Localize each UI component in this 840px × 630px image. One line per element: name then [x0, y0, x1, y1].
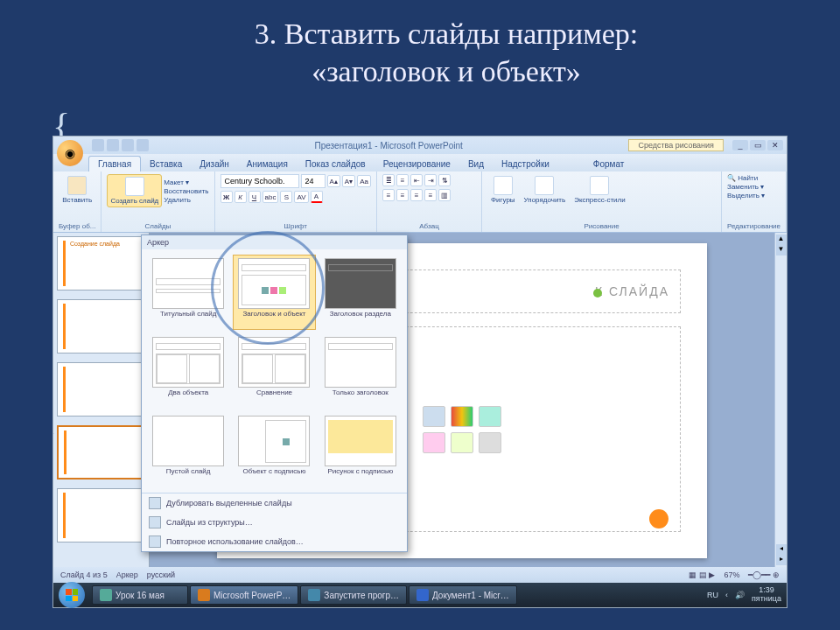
tray-clock[interactable]: 1:39пятница: [752, 586, 781, 604]
slide-thumb-2[interactable]: 2: [57, 299, 145, 354]
underline-button[interactable]: Ч: [248, 191, 261, 203]
grow-font-button[interactable]: A▴: [327, 175, 340, 187]
tab-slideshow[interactable]: Показ слайдов: [297, 157, 374, 172]
indent-inc-button[interactable]: ⇥: [424, 174, 437, 186]
vertical-scrollbar[interactable]: ▲▼ ◂▸: [774, 233, 787, 567]
layout-title-slide[interactable]: Титульный слайд: [147, 255, 229, 330]
layout-title-only[interactable]: Только заголовок: [319, 333, 402, 409]
powerpoint-window: ◉ Презентация1 - Microsoft PowerPoint Ср…: [52, 136, 788, 608]
spacing-button[interactable]: AV: [294, 191, 308, 203]
tab-review[interactable]: Рецензирование: [374, 157, 459, 172]
gallery-reuse-slides[interactable]: Повторное использование слайдов…: [142, 532, 407, 551]
numbering-button[interactable]: ≡: [396, 174, 409, 186]
paste-button[interactable]: Вставить: [59, 174, 95, 206]
quick-access-toolbar[interactable]: [92, 139, 149, 151]
insert-clipart-icon[interactable]: [451, 432, 473, 453]
columns-button[interactable]: ▥: [438, 189, 451, 201]
layout-two-content[interactable]: Два объекта: [147, 333, 229, 409]
layout-blank[interactable]: Пустой слайд: [147, 412, 229, 487]
slide-thumb-1[interactable]: 1Создание слайда: [57, 236, 145, 290]
tab-insert[interactable]: Вставка: [141, 157, 191, 172]
group-font: Century Schoolb. 24 A▴ A▾ Aa Ж К Ч abc S…: [215, 172, 377, 232]
system-tray[interactable]: RU ‹ 🔊 1:39пятница: [707, 586, 781, 604]
gallery-theme-label: Аркер: [142, 235, 407, 249]
status-language[interactable]: русский: [147, 570, 175, 579]
gallery-slides-from-outline[interactable]: Слайды из структуры…: [142, 513, 407, 532]
view-buttons[interactable]: ▦ ▤ ▶: [689, 570, 715, 579]
insert-chart-icon[interactable]: [451, 406, 473, 427]
tab-format[interactable]: Формат: [584, 157, 634, 172]
instruction-text: 3. Вставить слайды например: «заголовок …: [0, 0, 840, 99]
line-spacing-button[interactable]: ⇅: [438, 174, 451, 186]
shapes-button[interactable]: Фигуры: [487, 174, 519, 206]
align-center-button[interactable]: ≡: [396, 189, 409, 201]
taskbar-item-3[interactable]: Запустите прогр…: [300, 585, 407, 605]
insert-table-icon[interactable]: [423, 406, 445, 427]
justify-button[interactable]: ≡: [424, 189, 437, 201]
italic-button[interactable]: К: [234, 191, 247, 203]
ribbon-tabs: Главная Вставка Дизайн Анимация Показ сл…: [53, 154, 787, 172]
tray-language[interactable]: RU: [707, 591, 718, 599]
status-slide-count: Слайд 4 из 5: [60, 570, 108, 579]
bold-button[interactable]: Ж: [220, 191, 233, 203]
shadow-button[interactable]: S: [280, 191, 292, 203]
font-color-button[interactable]: A: [311, 191, 323, 203]
layout-comparison[interactable]: Сравнение: [233, 333, 315, 409]
layout-title-and-content[interactable]: Заголовок и объект: [233, 255, 315, 330]
insert-smartart-icon[interactable]: [479, 406, 501, 427]
new-slide-button[interactable]: Создать слайд: [107, 174, 162, 207]
slide-thumb-4[interactable]: 4: [57, 425, 145, 480]
group-clipboard: Вставить Буфер об...: [53, 172, 102, 232]
strike-button[interactable]: abc: [262, 191, 279, 203]
group-slides: Создать слайд Макет ▾ Восстановить Удали…: [102, 172, 214, 232]
group-editing: 🔍 Найти Заменить ▾ Выделить ▾ Редактиров…: [722, 172, 787, 232]
slide-thumbnails-panel: 1Создание слайда 2 3 4 5: [53, 233, 150, 567]
find-button[interactable]: 🔍 Найти: [727, 174, 780, 182]
taskbar-item-1[interactable]: Урок 16 мая: [92, 585, 188, 605]
window-controls[interactable]: _▭✕: [732, 140, 783, 150]
align-right-button[interactable]: ≡: [410, 189, 423, 201]
zoom-level[interactable]: 67%: [724, 570, 739, 579]
shrink-font-button[interactable]: A▾: [342, 175, 355, 187]
group-drawing: Фигуры Упорядочить Экспресс-стили Рисова…: [482, 172, 722, 232]
reset-button[interactable]: Восстановить: [164, 187, 208, 195]
zoom-slider[interactable]: ━◯━━ ⊕: [748, 570, 780, 579]
tab-home[interactable]: Главная: [88, 156, 141, 172]
align-left-button[interactable]: ≡: [382, 189, 395, 201]
status-bar: Слайд 4 из 5 Аркер русский ▦ ▤ ▶ 67% ━◯━…: [53, 567, 787, 583]
slide-thumb-5[interactable]: 5: [57, 488, 145, 542]
tab-addins[interactable]: Надстройки: [493, 157, 558, 172]
tray-volume-icon[interactable]: 🔊: [735, 591, 745, 599]
select-button[interactable]: Выделить ▾: [727, 192, 780, 200]
start-button[interactable]: [59, 582, 85, 608]
tray-icon[interactable]: ‹: [725, 591, 728, 599]
layout-section-header[interactable]: Заголовок раздела: [319, 255, 402, 330]
windows-taskbar: Урок 16 мая Microsoft PowerP… Запустите …: [53, 583, 787, 607]
delete-button[interactable]: Удалить: [164, 196, 208, 204]
taskbar-item-2[interactable]: Microsoft PowerP…: [190, 585, 298, 605]
office-button[interactable]: ◉: [57, 140, 83, 166]
tab-animation[interactable]: Анимация: [238, 157, 297, 172]
group-paragraph: ≣ ≡ ⇤ ⇥ ⇅ ≡ ≡ ≡ ≡ ▥ Абзац: [377, 172, 482, 232]
insert-media-icon[interactable]: [479, 432, 501, 453]
font-name-select[interactable]: Century Schoolb.: [220, 174, 299, 188]
change-case-button[interactable]: Aa: [357, 175, 371, 187]
layout-button[interactable]: Макет ▾: [164, 178, 208, 186]
slide-thumb-3[interactable]: 3: [57, 362, 145, 416]
arrange-button[interactable]: Упорядочить: [521, 174, 570, 206]
font-size-select[interactable]: 24: [301, 174, 326, 188]
window-title: Презентация1 - Microsoft PowerPoint: [152, 141, 625, 150]
tab-view[interactable]: Вид: [459, 157, 493, 172]
status-theme: Аркер: [116, 570, 138, 579]
taskbar-item-4[interactable]: Документ1 - Micr…: [409, 585, 517, 605]
insert-picture-icon[interactable]: [423, 432, 445, 453]
gallery-duplicate-slides[interactable]: Дублировать выделенные слайды: [142, 494, 407, 513]
quick-styles-button[interactable]: Экспресс-стили: [570, 174, 629, 206]
layout-picture-caption[interactable]: Рисунок с подписью: [319, 412, 402, 487]
replace-button[interactable]: Заменить ▾: [727, 183, 780, 191]
contextual-tab-label: Средства рисования: [628, 139, 724, 151]
indent-dec-button[interactable]: ⇤: [410, 174, 423, 186]
layout-content-caption[interactable]: Объект с подписью: [233, 412, 315, 487]
bullets-button[interactable]: ≣: [382, 174, 395, 186]
tab-design[interactable]: Дизайн: [191, 157, 238, 172]
